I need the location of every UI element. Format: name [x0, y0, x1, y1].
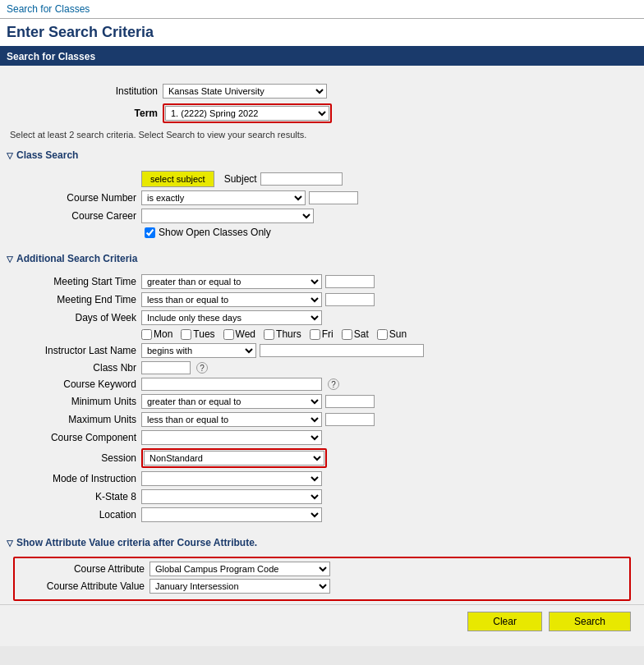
day-mon-label: Mon — [154, 328, 172, 340]
attribute-box: Course Attribute Global Campus Program C… — [13, 557, 631, 601]
bottom-buttons: Clear Search — [0, 604, 644, 638]
show-open-classes-checkbox[interactable] — [145, 227, 155, 238]
course-component-select[interactable] — [141, 430, 322, 445]
location-label: Location — [13, 509, 136, 521]
meeting-end-time-input[interactable] — [325, 293, 375, 306]
meeting-start-time-select[interactable]: greater than or equal to less than or eq… — [141, 274, 322, 289]
subject-input[interactable] — [260, 172, 343, 186]
instructor-last-name-select[interactable]: begins with is exactly contains — [141, 343, 256, 358]
class-search-arrow: ▽ — [7, 151, 13, 160]
term-select[interactable]: 1. (2222) Spring 2022 — [165, 106, 329, 121]
meeting-end-time-label: Meeting End Time — [13, 294, 136, 305]
maximum-units-select[interactable]: less than or equal to greater than or eq… — [141, 412, 322, 427]
term-label: Term — [76, 108, 158, 119]
page-title: Enter Search Criteria — [0, 19, 644, 48]
instructor-last-name-label: Instructor Last Name — [13, 345, 136, 356]
class-nbr-label: Class Nbr — [13, 362, 136, 374]
course-attribute-value-select[interactable]: January Intersession Other — [150, 579, 330, 594]
day-sat-checkbox[interactable] — [342, 329, 352, 340]
day-sat-label: Sat — [354, 328, 369, 340]
class-search-header[interactable]: ▽ Class Search — [0, 144, 644, 166]
class-nbr-help-icon[interactable]: ? — [196, 362, 208, 374]
section-header: Search for Classes — [0, 48, 644, 66]
instructor-last-name-input[interactable] — [260, 344, 424, 357]
k-state-8-label: K-State 8 — [13, 491, 136, 502]
day-mon-checkbox[interactable] — [141, 329, 152, 340]
course-keyword-label: Course Keyword — [13, 378, 136, 390]
additional-search-header[interactable]: ▽ Additional Search Criteria — [0, 248, 644, 269]
show-attribute-arrow: ▽ — [7, 539, 13, 548]
minimum-units-select[interactable]: greater than or equal to less than or eq… — [141, 394, 322, 409]
session-select[interactable]: NonStandard Regular Summer — [144, 451, 324, 466]
day-thurs-label: Thurs — [276, 328, 301, 340]
location-select[interactable] — [141, 507, 322, 522]
maximum-units-input[interactable] — [325, 413, 375, 426]
meeting-start-time-input[interactable] — [325, 275, 375, 288]
institution-select[interactable]: Kansas State University — [163, 84, 327, 99]
info-text: Select at least 2 search criteria. Selec… — [0, 128, 644, 144]
breadcrumb: Search for Classes — [0, 0, 644, 19]
course-attribute-select[interactable]: Global Campus Program Code Other — [150, 562, 330, 576]
course-attribute-label: Course Attribute — [21, 563, 145, 575]
show-open-classes-label: Show Open Classes Only — [145, 227, 271, 238]
additional-search-arrow: ▽ — [7, 255, 13, 264]
maximum-units-label: Maximum Units — [13, 414, 136, 425]
k-state-8-select[interactable] — [141, 489, 322, 504]
days-of-week-label: Days of Week — [13, 312, 136, 323]
day-fri-checkbox[interactable] — [310, 329, 320, 340]
day-wed-checkbox[interactable] — [223, 329, 234, 340]
subject-label: Subject — [224, 173, 257, 185]
course-career-label: Course Career — [13, 210, 136, 222]
show-attribute-header[interactable]: ▽ Show Attribute Value criteria after Co… — [0, 532, 644, 553]
day-fri-label: Fri — [322, 328, 334, 340]
select-subject-button[interactable]: select subject — [141, 171, 214, 187]
course-number-label: Course Number — [13, 192, 136, 204]
meeting-end-time-select[interactable]: less than or equal to greater than or eq… — [141, 292, 322, 307]
course-keyword-help-icon[interactable]: ? — [328, 378, 339, 390]
minimum-units-input[interactable] — [325, 395, 375, 408]
class-search-title: Class Search — [16, 149, 78, 161]
course-career-select[interactable] — [141, 209, 314, 223]
course-attribute-value-label: Course Attribute Value — [21, 580, 145, 592]
mode-of-instruction-label: Mode of Instruction — [13, 473, 136, 484]
session-label: Session — [13, 452, 136, 464]
course-keyword-input[interactable] — [141, 378, 322, 391]
class-nbr-input[interactable] — [141, 361, 191, 374]
search-button[interactable]: Search — [549, 612, 631, 631]
course-number-select[interactable]: is exactly begins with contains — [141, 190, 306, 205]
clear-button[interactable]: Clear — [467, 612, 542, 631]
day-tues-label: Tues — [193, 328, 214, 340]
day-thurs-checkbox[interactable] — [264, 329, 274, 340]
day-sun-label: Sun — [389, 328, 407, 340]
meeting-start-time-label: Meeting Start Time — [13, 276, 136, 287]
institution-label: Institution — [76, 85, 158, 97]
day-wed-label: Wed — [236, 328, 255, 340]
mode-of-instruction-select[interactable] — [141, 471, 322, 486]
course-number-input[interactable] — [309, 191, 358, 204]
course-component-label: Course Component — [13, 432, 136, 443]
additional-search-title: Additional Search Criteria — [16, 253, 137, 264]
show-attribute-title: Show Attribute Value criteria after Cour… — [16, 537, 257, 548]
days-of-week-checkboxes: Mon Tues Wed Thurs Fri — [141, 328, 631, 340]
minimum-units-label: Minimum Units — [13, 396, 136, 407]
day-sun-checkbox[interactable] — [377, 329, 388, 340]
days-of-week-select[interactable]: Include only these days Include any of t… — [141, 310, 322, 325]
day-tues-checkbox[interactable] — [181, 329, 191, 340]
